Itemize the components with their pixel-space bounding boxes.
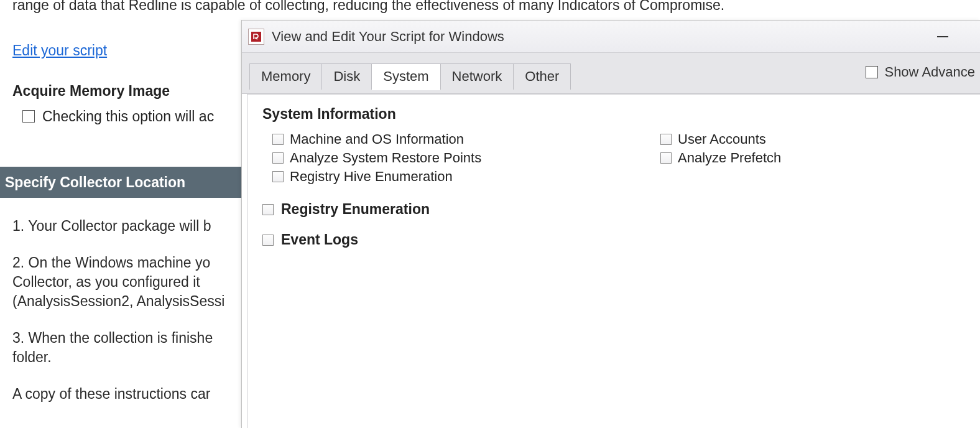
redline-app-icon (248, 29, 264, 45)
registry-hive-label: Registry Hive Enumeration (290, 169, 453, 185)
analyze-prefetch-label: Analyze Prefetch (678, 150, 781, 166)
user-accounts-label: User Accounts (678, 131, 766, 147)
tab-other[interactable]: Other (514, 63, 571, 90)
event-logs-checkbox[interactable] (262, 235, 274, 246)
tab-system[interactable]: System (372, 63, 440, 90)
analyze-prefetch-checkbox[interactable] (660, 152, 672, 164)
collector-instructions: 1. Your Collector package will b 2. On t… (12, 216, 236, 404)
edit-script-link[interactable]: Edit your script (12, 42, 107, 59)
event-logs-label: Event Logs (281, 231, 358, 248)
minimize-button[interactable] (930, 29, 955, 44)
system-restore-label: Analyze System Restore Points (290, 150, 481, 166)
acquire-memory-label: Checking this option will ac (42, 108, 214, 125)
system-restore-checkbox[interactable] (272, 152, 284, 164)
specify-collector-location-header: Specify Collector Location (0, 167, 241, 198)
system-tab-panel: System Information Machine and OS Inform… (247, 94, 980, 428)
minimize-icon (937, 36, 948, 37)
show-advanced-checkbox[interactable] (866, 66, 878, 78)
machine-os-info-label: Machine and OS Information (290, 131, 464, 147)
user-accounts-checkbox[interactable] (660, 134, 672, 145)
system-information-heading: System Information (262, 106, 965, 123)
dialog-title: View and Edit Your Script for Windows (272, 29, 504, 45)
registry-hive-checkbox[interactable] (272, 171, 284, 182)
tab-network[interactable]: Network (441, 63, 514, 90)
dialog-titlebar[interactable]: View and Edit Your Script for Windows (242, 21, 980, 53)
registry-enumeration-checkbox[interactable] (262, 204, 274, 215)
machine-os-info-checkbox[interactable] (272, 134, 284, 145)
tab-memory[interactable]: Memory (249, 63, 322, 90)
show-advanced-label: Show Advance (884, 64, 975, 80)
svg-rect-0 (251, 32, 261, 42)
registry-enumeration-label: Registry Enumeration (281, 201, 430, 218)
tab-disk[interactable]: Disk (322, 63, 372, 90)
acquire-memory-checkbox[interactable] (22, 110, 35, 123)
intro-paragraph: range of data that Redline is capable of… (12, 0, 968, 15)
script-editor-dialog: View and Edit Your Script for Windows Me… (241, 20, 980, 428)
